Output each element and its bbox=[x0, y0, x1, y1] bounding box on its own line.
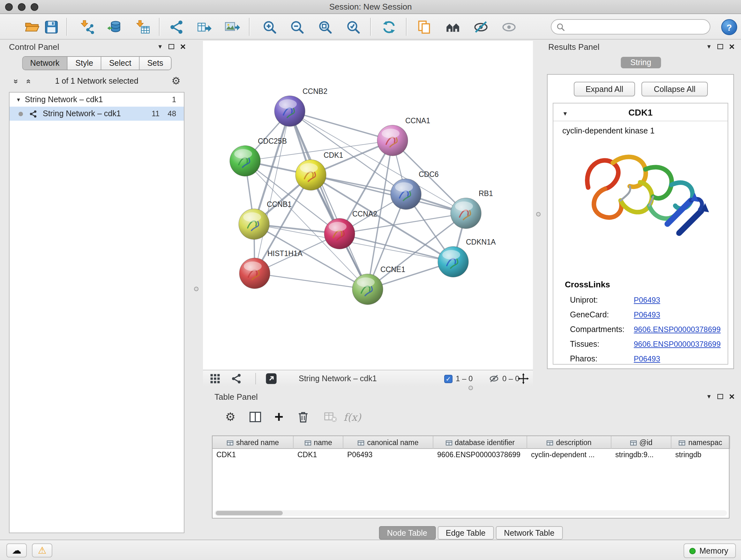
collapse-triangle-icon[interactable]: ▼ bbox=[16, 97, 21, 103]
save-session-button[interactable] bbox=[41, 16, 61, 38]
column-header-name[interactable]: name bbox=[293, 436, 343, 449]
zoom-fit-button[interactable] bbox=[315, 16, 335, 38]
panel-float-icon[interactable] bbox=[169, 44, 174, 49]
tab-string[interactable]: String bbox=[621, 57, 661, 68]
column-icon bbox=[226, 439, 233, 446]
fit-content-crosshair-icon[interactable] bbox=[518, 373, 529, 384]
panel-float-icon[interactable] bbox=[718, 394, 723, 399]
show-columns-button[interactable] bbox=[246, 408, 265, 427]
network-node-ccnb1[interactable]: CCNB1 bbox=[239, 200, 292, 240]
open-session-button[interactable] bbox=[22, 16, 42, 38]
network-collection-row[interactable]: ▼ String Network – cdk1 1 bbox=[10, 92, 184, 107]
zoom-out-button[interactable] bbox=[286, 16, 307, 38]
function-builder-button[interactable]: f(x) bbox=[343, 408, 362, 427]
import-network-database-button[interactable] bbox=[104, 16, 124, 38]
crosslink-link-genecard[interactable]: P06493 bbox=[634, 310, 660, 319]
zoom-selected-button[interactable] bbox=[343, 16, 363, 38]
tab-style[interactable]: Style bbox=[68, 57, 102, 70]
crosslink-link-tissues[interactable]: 9606.ENSP00000378699 bbox=[634, 340, 721, 349]
birdseye-view-button[interactable] bbox=[442, 16, 463, 38]
hidden-eye-icon[interactable] bbox=[489, 374, 499, 384]
network-edge[interactable] bbox=[311, 175, 466, 213]
panel-close-icon[interactable]: × bbox=[729, 42, 735, 51]
table-options-button[interactable]: ⚙ bbox=[221, 408, 240, 427]
network-canvas[interactable]: CCNB2CCNA1CDC25BCDK1CDC6RB1CCNB1CCNA2CDK… bbox=[203, 41, 533, 370]
crosslink-row: Pharos:P06493 bbox=[553, 353, 728, 367]
network-overview-icon[interactable] bbox=[231, 373, 243, 384]
import-network-file-button[interactable] bbox=[77, 16, 97, 38]
panel-close-icon[interactable]: × bbox=[180, 42, 186, 51]
table-cell: cyclin-dependent ... bbox=[527, 449, 611, 462]
network-row[interactable]: String Network – cdk1 11 48 bbox=[10, 107, 184, 121]
help-button[interactable]: ? bbox=[721, 19, 737, 35]
network-node-cdc6[interactable]: CDC6 bbox=[391, 170, 439, 209]
left-splitter-handle[interactable] bbox=[194, 287, 199, 291]
tab-sets[interactable]: Sets bbox=[139, 57, 171, 70]
crosslink-label: GeneCard: bbox=[570, 310, 609, 319]
selected-checkbox-icon[interactable]: ✓ bbox=[444, 374, 453, 383]
network-edge[interactable] bbox=[290, 111, 367, 289]
column-header-canonical-name[interactable]: canonical name bbox=[343, 436, 433, 449]
collapse-all-button[interactable]: Collapse All bbox=[642, 82, 708, 97]
table-header-row: shared namenamecanonical namedatabase id… bbox=[212, 436, 729, 449]
network-edge[interactable] bbox=[255, 273, 367, 289]
expand-all-button[interactable]: Expand All bbox=[574, 82, 635, 97]
column-header-database-identifier[interactable]: database identifier bbox=[433, 436, 527, 449]
right-splitter-handle[interactable] bbox=[536, 212, 541, 216]
network-edge[interactable] bbox=[290, 111, 393, 140]
network-options-gear-icon[interactable]: ⚙ bbox=[172, 75, 181, 87]
crosslink-link-pharos[interactable]: P06493 bbox=[634, 354, 660, 363]
column-header-id[interactable]: @id bbox=[611, 436, 671, 449]
network-node-rb1[interactable]: RB1 bbox=[451, 189, 493, 229]
open-in-browser-button[interactable] bbox=[264, 372, 278, 385]
memory-status-dot bbox=[689, 548, 696, 554]
grid-view-icon[interactable] bbox=[209, 373, 221, 384]
network-edge[interactable] bbox=[255, 111, 290, 273]
panel-float-icon[interactable] bbox=[718, 44, 723, 49]
tab-select[interactable]: Select bbox=[102, 57, 140, 70]
tab-network-table[interactable]: Network Table bbox=[495, 526, 562, 540]
crosslinks-list: Uniprot:P06493GeneCard:P06493Compartment… bbox=[553, 294, 728, 367]
cloud-tasks-button[interactable]: ☁ bbox=[6, 543, 27, 557]
crosslink-link-uniprot[interactable]: P06493 bbox=[634, 296, 660, 305]
memory-button[interactable]: Memory bbox=[684, 543, 736, 558]
delete-table-button[interactable] bbox=[321, 408, 340, 427]
bottom-splitter-handle[interactable] bbox=[468, 386, 473, 390]
network-node-cdkn1a[interactable]: CDKN1A bbox=[438, 238, 496, 277]
column-header-shared-name[interactable]: shared name bbox=[212, 436, 293, 449]
apply-layout-button[interactable] bbox=[379, 16, 399, 38]
network-node-ccna1[interactable]: CCNA1 bbox=[377, 117, 430, 156]
import-table-button[interactable] bbox=[132, 16, 152, 38]
tab-node-table[interactable]: Node Table bbox=[379, 526, 435, 540]
warnings-button[interactable]: ⚠ bbox=[32, 543, 52, 557]
copy-button[interactable] bbox=[414, 16, 434, 38]
crosslink-link-compartments[interactable]: 9606.ENSP00000378699 bbox=[634, 325, 721, 334]
panel-menu-icon[interactable]: ▼ bbox=[706, 392, 712, 401]
zoom-selected-icon bbox=[345, 19, 361, 35]
hide-selected-button[interactable] bbox=[470, 16, 491, 38]
delete-column-button[interactable] bbox=[293, 408, 313, 427]
search-input[interactable] bbox=[568, 22, 704, 31]
table-row[interactable]: CDK1CDK1P064939606.ENSP00000378699cyclin… bbox=[212, 449, 729, 462]
create-column-button[interactable]: + bbox=[269, 408, 288, 427]
search-box[interactable] bbox=[551, 19, 711, 35]
scrollbar-thumb[interactable] bbox=[216, 511, 283, 515]
network-node-cdk1[interactable]: CDK1 bbox=[295, 151, 343, 190]
new-network-button[interactable] bbox=[166, 16, 187, 38]
tab-network[interactable]: Network bbox=[23, 57, 68, 70]
zoom-in-button[interactable] bbox=[259, 16, 280, 38]
panel-menu-icon[interactable]: ▼ bbox=[157, 42, 163, 51]
show-all-button[interactable] bbox=[498, 16, 519, 38]
zoom-fit-icon bbox=[317, 19, 333, 35]
horizontal-scrollbar[interactable] bbox=[214, 510, 727, 516]
column-header-namespac[interactable]: namespac bbox=[671, 436, 730, 449]
export-network-button[interactable] bbox=[194, 16, 214, 38]
panel-close-icon[interactable]: × bbox=[729, 392, 735, 401]
panel-menu-icon[interactable]: ▼ bbox=[706, 42, 712, 51]
network-node-ccnb2[interactable]: CCNB2 bbox=[274, 87, 327, 126]
export-image-button[interactable] bbox=[221, 16, 242, 38]
network-node-hist1h1a[interactable]: HIST1H1A bbox=[239, 249, 303, 289]
column-header-description[interactable]: description bbox=[527, 436, 611, 449]
tab-edge-table[interactable]: Edge Table bbox=[437, 526, 494, 540]
section-collapse-icon[interactable]: ▼ bbox=[562, 109, 568, 118]
